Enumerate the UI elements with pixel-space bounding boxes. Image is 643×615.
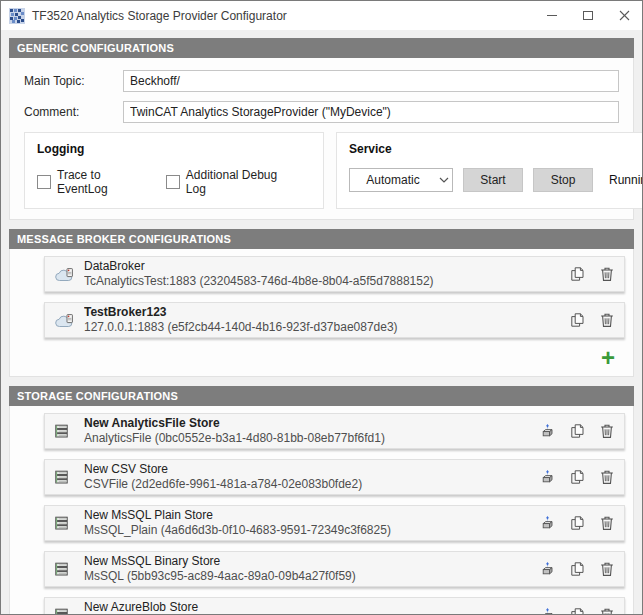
close-button[interactable] <box>606 1 642 30</box>
broker-detail: 127.0.0.1:1883 (e5f2cb44-140d-4b16-923f-… <box>84 320 560 335</box>
app-window: TF3520 Analytics Storage Provider Config… <box>0 0 643 615</box>
storage-name: New CSV Store <box>84 462 530 477</box>
trash-icon[interactable] <box>598 561 615 578</box>
message-broker-icon <box>54 312 76 329</box>
service-title: Service <box>349 142 643 156</box>
broker-name: DataBroker <box>84 259 560 274</box>
storage-stack-icon <box>54 423 76 439</box>
section-generic-configurations: GENERIC CONFIGURATIONS Main Topic: Comme… <box>9 38 634 220</box>
comment-row: Comment: <box>24 101 619 123</box>
storage-row-text: New AnalyticsFile Store AnalyticsFile (0… <box>84 416 530 446</box>
minimize-button[interactable] <box>534 1 570 30</box>
broker-row-databroker[interactable]: DataBroker TcAnalyticsTest:1883 (2320458… <box>44 256 625 292</box>
generic-configurations-header: GENERIC CONFIGURATIONS <box>9 38 634 58</box>
storage-list: New AnalyticsFile Store AnalyticsFile (0… <box>9 406 634 615</box>
storage-configurations-header: STORAGE CONFIGURATIONS <box>9 386 634 406</box>
cleanup-icon[interactable] <box>538 469 555 486</box>
trash-icon[interactable] <box>598 312 615 329</box>
dialog-content: GENERIC CONFIGURATIONS Main Topic: Comme… <box>1 30 642 615</box>
comment-input[interactable] <box>123 101 619 123</box>
window-controls <box>534 1 642 30</box>
broker-row-text: DataBroker TcAnalyticsTest:1883 (2320458… <box>84 259 560 289</box>
storage-row-actions <box>538 515 615 532</box>
add-broker-button[interactable]: + <box>601 348 615 368</box>
broker-row-actions <box>568 312 615 329</box>
app-icon <box>9 8 25 24</box>
additional-debug-log-label: Additional Debug Log <box>186 168 295 196</box>
minimize-icon <box>547 15 557 16</box>
main-topic-input[interactable] <box>123 70 619 92</box>
chevron-down-icon <box>436 177 452 184</box>
storage-row-text: New CSV Store CSVFile (2d2ed6fe-9961-481… <box>84 462 530 492</box>
broker-row-text: TestBroker123 127.0.0.1:1883 (e5f2cb44-1… <box>84 305 560 335</box>
storage-row-actions <box>538 561 615 578</box>
storage-row-analyticsfile[interactable]: New AnalyticsFile Store AnalyticsFile (0… <box>44 413 625 449</box>
storage-row-text: New MsSQL Binary Store MsSQL (5bb93c95-a… <box>84 554 530 584</box>
additional-debug-log-checkbox[interactable] <box>166 175 180 189</box>
cleanup-icon[interactable] <box>538 561 555 578</box>
service-start-button[interactable]: Start <box>463 168 523 192</box>
storage-name: New MsSQL Binary Store <box>84 554 530 569</box>
title-bar: TF3520 Analytics Storage Provider Config… <box>1 1 642 30</box>
copy-icon[interactable] <box>568 469 585 486</box>
comment-label: Comment: <box>24 105 123 119</box>
generic-configurations-body: Main Topic: Comment: Logging Trace to Ev… <box>9 58 634 220</box>
main-topic-label: Main Topic: <box>24 74 123 88</box>
service-status-text: Running <box>609 173 643 187</box>
storage-detail: MsSQL_Plain (4a6d6d3b-0f10-4683-9591-723… <box>84 523 530 538</box>
logging-title: Logging <box>37 142 311 156</box>
storage-stack-icon <box>54 607 76 615</box>
service-stop-button[interactable]: Stop <box>533 168 593 192</box>
copy-icon[interactable] <box>568 561 585 578</box>
section-storage-configurations: STORAGE CONFIGURATIONS New AnalyticsFile… <box>9 386 634 615</box>
storage-detail: CSVFile (2d2ed6fe-9961-481a-a784-02e083b… <box>84 477 530 492</box>
broker-row-testbroker123[interactable]: TestBroker123 127.0.0.1:1883 (e5f2cb44-1… <box>44 302 625 338</box>
cleanup-icon[interactable] <box>538 515 555 532</box>
trash-icon[interactable] <box>598 607 615 615</box>
broker-add-row: + <box>44 348 625 374</box>
trash-icon[interactable] <box>598 266 615 283</box>
storage-name: New AzureBlob Store <box>84 600 530 615</box>
trash-icon[interactable] <box>598 515 615 532</box>
storage-row-csv[interactable]: New CSV Store CSVFile (2d2ed6fe-9961-481… <box>44 459 625 495</box>
storage-name: New MsSQL Plain Store <box>84 508 530 523</box>
additional-debug-log-option[interactable]: Additional Debug Log <box>166 168 295 196</box>
storage-stack-icon <box>54 469 76 485</box>
message-broker-icon <box>54 266 76 283</box>
message-broker-configurations-header: MESSAGE BROKER CONFIGURATIONS <box>9 229 634 249</box>
storage-row-actions <box>538 607 615 615</box>
copy-icon[interactable] <box>568 266 585 283</box>
storage-row-actions <box>538 423 615 440</box>
broker-name: TestBroker123 <box>84 305 560 320</box>
service-groupbox: Service Automatic Start Stop Running <box>336 132 643 209</box>
cleanup-icon[interactable] <box>538 423 555 440</box>
logging-service-row: Logging Trace to EventLog Additional Deb… <box>24 132 619 209</box>
message-broker-list: DataBroker TcAnalyticsTest:1883 (2320458… <box>9 249 634 377</box>
copy-icon[interactable] <box>568 607 585 615</box>
copy-icon[interactable] <box>568 423 585 440</box>
storage-row-mssql-plain[interactable]: New MsSQL Plain Store MsSQL_Plain (4a6d6… <box>44 505 625 541</box>
trash-icon[interactable] <box>598 423 615 440</box>
cleanup-icon[interactable] <box>538 607 555 615</box>
maximize-icon <box>583 11 593 20</box>
copy-icon[interactable] <box>568 312 585 329</box>
main-topic-row: Main Topic: <box>24 70 619 92</box>
section-message-broker-configurations: MESSAGE BROKER CONFIGURATIONS DataBroker… <box>9 229 634 377</box>
copy-icon[interactable] <box>568 515 585 532</box>
broker-row-actions <box>568 266 615 283</box>
logging-groupbox: Logging Trace to EventLog Additional Deb… <box>24 132 324 209</box>
storage-detail: AnalyticsFile (0bc0552e-b3a1-4d80-81bb-0… <box>84 431 530 446</box>
trace-to-eventlog-checkbox[interactable] <box>37 175 51 189</box>
storage-row-actions <box>538 469 615 486</box>
storage-detail: MsSQL (5bb93c95-ac89-4aac-89a0-09b4a27f0… <box>84 569 530 584</box>
trace-to-eventlog-option[interactable]: Trace to EventLog <box>37 168 150 196</box>
maximize-button[interactable] <box>570 1 606 30</box>
storage-row-azureblob[interactable]: New AzureBlob Store AzureBlob (87e3f30b-… <box>44 597 625 615</box>
service-mode-value: Automatic <box>350 173 436 187</box>
service-mode-dropdown[interactable]: Automatic <box>349 168 453 192</box>
window-title: TF3520 Analytics Storage Provider Config… <box>32 9 287 23</box>
storage-row-mssql-binary[interactable]: New MsSQL Binary Store MsSQL (5bb93c95-a… <box>44 551 625 587</box>
storage-name: New AnalyticsFile Store <box>84 416 530 431</box>
broker-detail: TcAnalyticsTest:1883 (23204583-746d-4b8e… <box>84 274 560 289</box>
trash-icon[interactable] <box>598 469 615 486</box>
